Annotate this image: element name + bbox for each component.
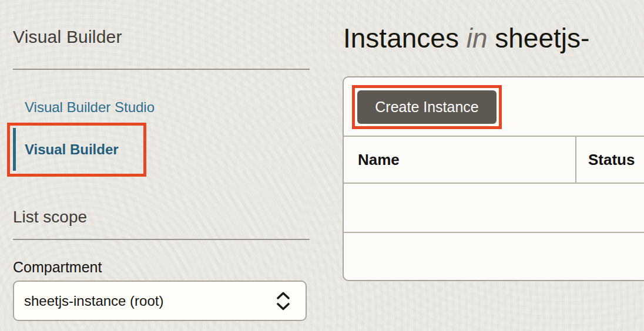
list-scope-divider [13, 239, 310, 240]
sidebar-item-visual-builder[interactable]: Visual Builder [13, 128, 119, 171]
page-title-connector: in [467, 23, 488, 53]
sidebar-divider-top [13, 69, 310, 70]
column-header-status: Status [576, 137, 644, 183]
table-row [344, 184, 644, 233]
page-title-scope: sheetjs- [495, 23, 589, 53]
column-header-name: Name [344, 137, 576, 183]
instances-panel: Create Instance Name Status [343, 76, 644, 281]
sidebar-item-label: Visual Builder [25, 141, 119, 158]
sidebar-item-visual-builder-studio[interactable]: Visual Builder Studio [25, 99, 155, 116]
compartment-select[interactable]: sheetjs-instance (root) [13, 281, 307, 321]
compartment-label: Compartment [13, 259, 102, 276]
compartment-selected-value: sheetjs-instance (root) [24, 293, 275, 309]
page-title-prefix: Instances [343, 23, 459, 53]
create-instance-button[interactable]: Create Instance [357, 90, 497, 124]
table-row [344, 233, 644, 280]
list-scope-heading: List scope [13, 208, 87, 227]
sidebar-title: Visual Builder [13, 27, 122, 47]
selected-indicator-bar [13, 128, 16, 171]
instances-table-header: Name Status [344, 137, 644, 184]
oci-console-screen: Visual Builder Visual Builder Studio Vis… [0, 0, 644, 331]
instances-toolbar: Create Instance [344, 77, 644, 137]
select-chevrons-icon [275, 289, 291, 313]
page-title: Instances in sheetjs- [343, 22, 644, 54]
